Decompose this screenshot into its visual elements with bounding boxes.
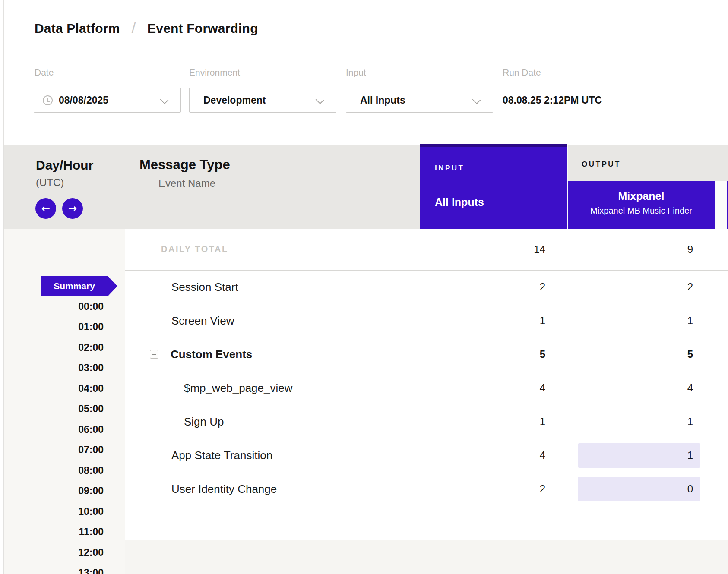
daily-total-input-value: 14 <box>475 243 545 255</box>
day-hour-timezone: (UTC) <box>36 177 64 189</box>
column-divider <box>567 229 567 574</box>
output-column-name: Mixpanel <box>618 190 665 202</box>
message-type-header: Message Type <box>139 157 230 173</box>
row-output-value: 1 <box>605 315 693 327</box>
day-hour-header: Day/Hour <box>36 158 93 173</box>
row-input-value: 1 <box>475 315 545 327</box>
input-filter-label: Input <box>346 67 366 78</box>
breadcrumb-section[interactable]: Data Platform <box>35 21 120 36</box>
environment-filter-label: Environment <box>189 67 240 78</box>
row-input-value: 1 <box>475 416 545 428</box>
page-title: Event Forwarding <box>147 21 258 36</box>
hour-row-1100[interactable]: 11:00 <box>52 526 104 538</box>
run-date-value: 08.08.25 2:12PM UTC <box>503 88 602 113</box>
arrow-right-icon: → <box>68 202 77 214</box>
collapse-custom-events-button[interactable] <box>150 350 158 359</box>
date-filter-label: Date <box>35 67 54 78</box>
clock-icon <box>43 95 53 105</box>
output-kicker: OUTPUT <box>582 160 621 169</box>
column-divider <box>420 229 420 574</box>
row-label-session-start: Session Start <box>171 281 238 294</box>
row-input-value: 4 <box>475 449 545 461</box>
output-column-subtitle: Mixpanel MB Music Finder <box>590 206 692 216</box>
date-dropdown-value: 08/08/2025 <box>59 95 108 106</box>
hour-row-0200[interactable]: 02:00 <box>52 342 104 353</box>
chevron-down-icon <box>316 96 324 104</box>
row-label-mp-web-page-view: $mp_web_page_view <box>184 382 293 395</box>
row-output-value: 1 <box>605 416 693 428</box>
row-output-value: 2 <box>605 281 693 293</box>
row-output-value: 1 <box>605 449 693 461</box>
row-label-user-identity-change: User Identity Change <box>171 483 277 496</box>
row-label-app-state-transition: App State Transition <box>171 449 272 462</box>
hour-row-0900[interactable]: 09:00 <box>52 485 104 497</box>
row-input-value: 2 <box>475 483 545 495</box>
hour-row-0600[interactable]: 06:00 <box>52 424 104 435</box>
daily-total-label: DAILY TOTAL <box>161 244 228 254</box>
input-column-header: INPUT All Inputs <box>420 144 567 229</box>
input-dropdown-value: All Inputs <box>360 95 405 106</box>
run-date-label: Run Date <box>503 67 541 78</box>
row-label-custom-events: Custom Events <box>171 348 252 361</box>
column-divider <box>125 145 125 574</box>
summary-label: Summary <box>54 281 95 291</box>
next-day-button[interactable]: → <box>62 198 83 219</box>
date-dropdown[interactable]: 08/08/2025 <box>34 88 181 113</box>
environment-dropdown[interactable]: Development <box>189 88 336 113</box>
hour-row-0800[interactable]: 08:00 <box>52 465 104 476</box>
summary-row-badge[interactable]: Summary <box>41 276 117 296</box>
row-output-value: 0 <box>605 483 693 495</box>
column-divider <box>715 229 715 574</box>
output-column-header-mixpanel: Mixpanel Mixpanel MB Music Finder <box>568 181 715 229</box>
row-label-screen-view: Screen View <box>171 314 234 328</box>
hour-row-0700[interactable]: 07:00 <box>52 444 104 456</box>
minus-icon <box>152 354 156 355</box>
arrow-left-icon: ← <box>41 202 50 214</box>
hour-row-1300[interactable]: 13:00 <box>52 567 104 574</box>
chevron-down-icon <box>472 96 481 104</box>
row-input-value: 4 <box>475 382 545 394</box>
chevron-down-icon <box>160 96 169 104</box>
hour-row-1000[interactable]: 10:00 <box>52 506 104 517</box>
event-name-subheader: Event Name <box>158 177 215 189</box>
breadcrumb-separator: / <box>132 19 136 36</box>
breadcrumb: Data Platform / Event Forwarding <box>4 0 728 57</box>
table-footer-background <box>125 540 728 574</box>
row-label-sign-up: Sign Up <box>184 415 224 429</box>
row-output-value: 5 <box>605 348 693 360</box>
hour-row-0300[interactable]: 03:00 <box>52 362 104 374</box>
hour-row-0500[interactable]: 05:00 <box>52 403 104 415</box>
row-output-value: 4 <box>605 382 693 394</box>
previous-day-button[interactable]: ← <box>35 198 56 219</box>
hour-row-0400[interactable]: 04:00 <box>52 383 104 394</box>
environment-dropdown-value: Development <box>203 95 266 106</box>
daily-total-output-value: 9 <box>605 243 693 255</box>
output-column-gutter <box>715 181 727 229</box>
input-kicker: INPUT <box>435 164 465 173</box>
input-dropdown[interactable]: All Inputs <box>346 88 493 113</box>
hour-row-1200[interactable]: 12:00 <box>52 547 104 558</box>
row-input-value: 2 <box>475 281 545 293</box>
hour-row-0000[interactable]: 00:00 <box>52 301 104 312</box>
row-input-value: 5 <box>475 348 545 360</box>
hour-row-0100[interactable]: 01:00 <box>52 321 104 333</box>
daily-total-divider <box>125 270 728 271</box>
input-column-name: All Inputs <box>435 196 484 208</box>
